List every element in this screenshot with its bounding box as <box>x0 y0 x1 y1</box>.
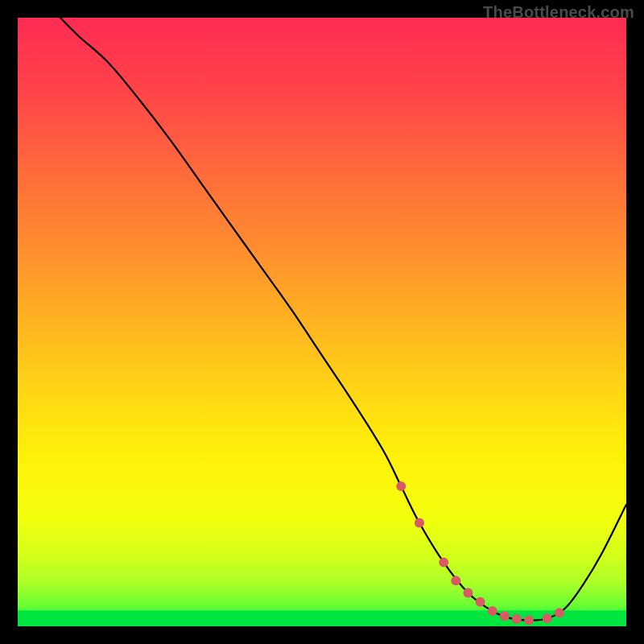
marker-point <box>543 613 552 623</box>
marker-point <box>439 558 448 568</box>
marker-point <box>500 611 510 621</box>
marker-point <box>476 597 485 607</box>
marker-point <box>555 608 564 617</box>
marker-point <box>463 588 473 597</box>
marker-point <box>488 606 497 616</box>
chart-svg <box>18 18 626 626</box>
marker-point <box>524 615 534 625</box>
green-band <box>18 610 626 626</box>
marker-point <box>512 614 522 624</box>
marker-point <box>396 481 406 491</box>
marker-point <box>451 576 460 585</box>
marker-point <box>415 518 424 527</box>
plot-area <box>18 18 626 626</box>
plot-canvas <box>18 18 626 626</box>
chart-frame: TheBottleneck.com <box>0 0 644 644</box>
gradient-background <box>18 18 626 626</box>
